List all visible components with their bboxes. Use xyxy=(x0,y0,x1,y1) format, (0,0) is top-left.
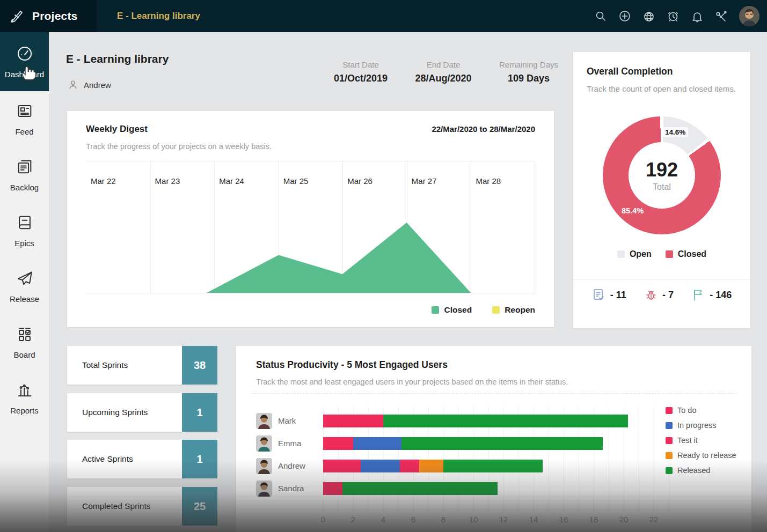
page-title: E - Learning library xyxy=(66,53,169,65)
chart-gridline xyxy=(639,407,639,512)
bar-segment-released[interactable] xyxy=(342,482,497,495)
divider xyxy=(573,279,750,279)
user-name-label: Mark xyxy=(278,416,296,425)
wd-legend-closed-chip xyxy=(432,306,439,314)
person-icon xyxy=(67,79,79,91)
bar-segment-ready-to-release[interactable] xyxy=(419,460,443,472)
stat-remaining-days: Remaining Days 109 Days xyxy=(499,60,558,84)
bar-segment-released[interactable] xyxy=(383,415,628,427)
stacked-bar-emma[interactable] xyxy=(323,437,603,450)
sp-legend-released-label: Released xyxy=(677,466,710,475)
oc-legend-closed[interactable]: Closed xyxy=(666,249,706,259)
chart-gridline xyxy=(654,407,654,512)
app-logo[interactable]: Projects xyxy=(0,0,97,32)
stat-end-date: End Date 28/Aug/2020 xyxy=(415,60,471,84)
x-axis-tick-label: 6 xyxy=(411,515,415,524)
sp-legend-test-it-label: Test it xyxy=(677,436,698,445)
project-owner[interactable]: Andrew xyxy=(67,79,111,91)
x-axis-tick-label: 16 xyxy=(559,515,568,524)
milestones-count[interactable]: - 146 xyxy=(691,288,732,302)
bar-segment-to-do[interactable] xyxy=(323,482,342,495)
wd-legend-closed[interactable]: Closed xyxy=(432,305,472,315)
upcoming-sprints-value: 1 xyxy=(182,393,217,432)
stacked-bar-mark[interactable] xyxy=(323,415,628,427)
oc-legend-open[interactable]: Open xyxy=(617,249,652,259)
user-name-label: Sandra xyxy=(278,484,304,493)
closed-items-area-series[interactable] xyxy=(86,161,535,293)
completion-legend: OpenClosed xyxy=(573,249,750,259)
user-avatar-photo xyxy=(739,6,759,26)
topbar-actions xyxy=(594,0,759,32)
weekly-digest-date-range: 22/Mar/2020 to 28/Mar/2020 xyxy=(432,124,535,134)
upcoming-sprints-card[interactable]: Upcoming Sprints 1 xyxy=(67,393,217,432)
bar-segment-to-do[interactable] xyxy=(323,460,361,472)
sidebar-item-epics[interactable]: Epics xyxy=(0,203,49,258)
board-icon xyxy=(16,325,34,345)
current-project-title[interactable]: E - Learning library xyxy=(117,11,200,21)
x-axis-tick-label: 10 xyxy=(469,515,478,524)
active-sprints-card[interactable]: Active Sprints 1 xyxy=(67,440,217,478)
add-icon[interactable] xyxy=(618,10,631,23)
bar-segment-test-it[interactable] xyxy=(400,460,419,472)
owner-name: Andrew xyxy=(84,80,111,90)
bar-segment-to-do[interactable] xyxy=(323,437,353,450)
weekly-digest-chart[interactable]: Mar 22Mar 23Mar 24Mar 25Mar 26Mar 27Mar … xyxy=(86,161,535,293)
stat-start-date: Start Date 01/Oct/2019 xyxy=(334,60,388,84)
project-date-stats: Start Date 01/Oct/2019 End Date 28/Aug/2… xyxy=(334,60,558,84)
dashboard-icon xyxy=(16,45,34,65)
wd-legend-reopen-chip xyxy=(492,306,500,314)
sidebar-item-release[interactable]: Release xyxy=(0,258,49,314)
explore-globe-icon[interactable] xyxy=(642,10,655,23)
app-name: Projects xyxy=(32,10,77,23)
sp-legend-in-progress-label: In progress xyxy=(677,421,717,430)
weekly-digest-card: Weekly Digest 22/Mar/2020 to 28/Mar/2020… xyxy=(67,111,554,327)
completed-sprints-value: 25 xyxy=(182,487,217,526)
x-axis-tick-label: 18 xyxy=(589,515,598,524)
sidebar-item-backlog[interactable]: Backlog xyxy=(0,147,49,203)
sidebar-item-feed[interactable]: Feed xyxy=(0,91,49,147)
sp-legend-test-it-chip xyxy=(666,437,673,444)
timer-icon[interactable] xyxy=(667,10,680,23)
notifications-bell-icon[interactable] xyxy=(691,10,704,23)
sp-legend-test-it[interactable]: Test it xyxy=(666,436,736,445)
sidebar-item-label: Reports xyxy=(10,406,39,415)
bugs-count[interactable]: - 7 xyxy=(644,288,674,302)
sidebar-item-reports[interactable]: Reports xyxy=(0,370,49,426)
search-icon[interactable] xyxy=(594,10,607,23)
bar-segment-in-progress[interactable] xyxy=(361,460,400,472)
weekly-digest-legend: ClosedReopen xyxy=(432,305,535,315)
completion-donut-chart[interactable]: 192 Total xyxy=(603,116,721,234)
milestones-flag-icon xyxy=(691,288,705,302)
stacked-bar-sandra[interactable] xyxy=(323,482,498,495)
completed-sprints-card[interactable]: Completed Sprints 25 xyxy=(67,487,217,526)
tasks-icon xyxy=(592,288,606,302)
wd-legend-reopen-label: Reopen xyxy=(505,305,535,315)
x-axis-tick-label: 22 xyxy=(649,515,659,524)
total-items-value: 192 xyxy=(646,159,678,181)
sp-legend-to-do[interactable]: To do xyxy=(666,406,736,415)
tasks-count[interactable]: - 11 xyxy=(592,288,626,302)
top-navigation-bar: Projects E - Learning library xyxy=(0,0,767,32)
bar-segment-released[interactable] xyxy=(401,437,603,450)
user-avatar[interactable] xyxy=(739,6,759,26)
wd-legend-reopen[interactable]: Reopen xyxy=(492,305,535,315)
sidebar-item-label: Backlog xyxy=(10,183,39,192)
item-type-counts: - 11 - 7 - 146 xyxy=(573,288,750,302)
stacked-bar-andrew[interactable] xyxy=(323,460,543,472)
total-sprints-value: 38 xyxy=(182,346,217,385)
sp-legend-released[interactable]: Released xyxy=(666,466,736,475)
x-axis-tick-label: 8 xyxy=(441,515,445,524)
sp-legend-in-progress[interactable]: In progress xyxy=(666,421,736,430)
sp-legend-ready-to-release-label: Ready to release xyxy=(677,451,736,460)
bar-segment-in-progress[interactable] xyxy=(353,437,401,450)
sidebar-item-board[interactable]: Board xyxy=(0,314,49,370)
bar-segment-to-do[interactable] xyxy=(323,415,383,427)
user-avatar-photo xyxy=(256,458,272,474)
sp-legend-ready-to-release[interactable]: Ready to release xyxy=(666,451,736,460)
overall-completion-title: Overall Completion xyxy=(573,52,750,77)
total-sprints-card[interactable]: Total Sprints 38 xyxy=(67,346,217,385)
sidebar-item-dashboard[interactable]: Dashboard xyxy=(0,32,49,91)
donut-center: 192 Total xyxy=(629,142,695,209)
bar-segment-released[interactable] xyxy=(443,460,543,472)
setup-tools-icon[interactable] xyxy=(715,10,728,23)
